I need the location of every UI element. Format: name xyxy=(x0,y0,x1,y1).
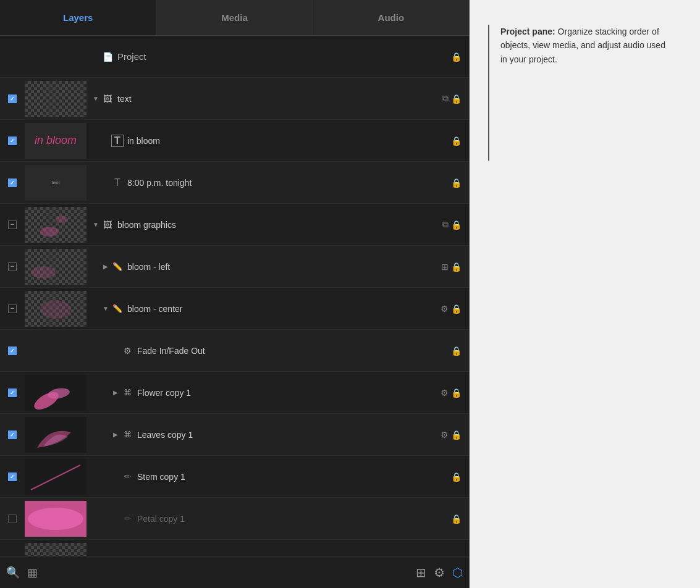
checkbox-area[interactable] xyxy=(4,262,21,271)
layer-name-inbloom: in bloom xyxy=(125,136,451,146)
checkbox-area[interactable] xyxy=(4,136,21,145)
checkbox-checked[interactable] xyxy=(8,472,17,481)
lock-icon[interactable]: 🔒 xyxy=(451,262,462,272)
annotation-bracket xyxy=(488,25,489,161)
right-icons: ⚙ 🔒 xyxy=(441,430,465,440)
tab-layers[interactable]: Layers xyxy=(0,0,156,35)
layer-name-8pm: 8:00 p.m. tonight xyxy=(125,178,451,188)
layer-name-flower-copy: Flower copy 1 xyxy=(135,388,441,398)
layer-row-bloom-center[interactable]: ✏️ bloom - center ⚙ 🔒 xyxy=(0,288,469,330)
stack-icon[interactable]: ⊞ xyxy=(441,262,449,272)
gear-icon[interactable]: ⚙ xyxy=(441,388,449,398)
bottom-right-icons: ⊞ ⚙ ⬡ xyxy=(416,565,463,580)
lock-icon[interactable]: 🔒 xyxy=(451,472,462,482)
checkbox-checked[interactable] xyxy=(8,388,17,397)
thumbnail-leaves xyxy=(25,417,86,453)
checkbox-checked[interactable] xyxy=(8,346,17,355)
search-icon[interactable]: 🔍 xyxy=(6,566,20,579)
thumbnail-bloom-center xyxy=(25,291,86,327)
lock-icon[interactable]: 🔒 xyxy=(451,52,462,62)
lock-icon[interactable]: 🔒 xyxy=(451,346,462,356)
gear-icon[interactable]: ⚙ xyxy=(434,565,445,580)
expand-arrow[interactable] xyxy=(100,303,111,314)
thumbnail-text xyxy=(25,81,86,117)
tab-bar: Layers Media Audio xyxy=(0,0,469,36)
layer-row-text[interactable]: 🖼 text ⧉ 🔒 xyxy=(0,78,469,120)
copy-icon[interactable]: ⧉ xyxy=(442,219,449,230)
checkbox-area[interactable] xyxy=(4,388,21,397)
layer-row-bloom-right[interactable]: ✏️ bloom - right ⊞ 🔒 xyxy=(0,540,469,556)
layer-row-fade[interactable]: ⚙ Fade In/Fade Out 🔒 xyxy=(0,330,469,372)
layer-name-bloom-graphics: bloom graphics xyxy=(115,220,442,230)
paint-icon: ✏️ xyxy=(111,261,124,273)
grid-icon[interactable]: ▦ xyxy=(27,566,38,579)
layer-row-stem-copy[interactable]: ✏ Stem copy 1 🔒 xyxy=(0,456,469,498)
svg-point-7 xyxy=(28,508,83,530)
layer-name-petal-copy: Petal copy 1 xyxy=(135,514,451,524)
checkbox-area[interactable] xyxy=(4,220,21,229)
expand-arrow[interactable] xyxy=(110,387,121,398)
layer-row-8pm[interactable]: text T 8:00 p.m. tonight 🔒 xyxy=(0,162,469,204)
layer-row-flower-copy[interactable]: ⌘ Flower copy 1 ⚙ 🔒 xyxy=(0,372,469,414)
checkbox-checked[interactable] xyxy=(8,430,17,439)
expand-arrow[interactable] xyxy=(90,93,101,104)
thumbnail-stem xyxy=(25,459,86,495)
replicator-icon: ⌘ xyxy=(121,429,133,441)
thumbnail-petal xyxy=(25,501,86,537)
thumbnail-bloom-right xyxy=(25,543,86,556)
right-icons: 🔒 xyxy=(451,472,465,482)
lock-icon[interactable]: 🔒 xyxy=(451,304,462,314)
right-icons: ⧉ 🔒 xyxy=(442,219,465,230)
expand-arrow[interactable] xyxy=(100,261,111,272)
layer-name-stem-copy: Stem copy 1 xyxy=(135,472,451,482)
layer-row-in-bloom[interactable]: in bloom T in bloom 🔒 xyxy=(0,120,469,162)
layers-list: 📄 Project 🔒 🖼 text ⧉ 🔒 xyxy=(0,36,469,556)
checkbox-empty[interactable] xyxy=(8,514,17,523)
lock-icon[interactable]: 🔒 xyxy=(451,430,462,440)
paint-icon: ✏️ xyxy=(111,303,124,315)
checkbox-area[interactable] xyxy=(4,304,21,313)
right-icons: 🔒 xyxy=(451,52,465,62)
checkbox-area[interactable] xyxy=(4,346,21,355)
layer-row-project[interactable]: 📄 Project 🔒 xyxy=(0,36,469,78)
layer-row-petal-copy[interactable]: ✏ Petal copy 1 🔒 xyxy=(0,498,469,540)
checkbox-minus[interactable] xyxy=(8,304,17,313)
layer-name-bloom-center: bloom - center xyxy=(125,304,441,314)
lock-icon[interactable]: 🔒 xyxy=(451,514,462,524)
copy-icon[interactable]: ⧉ xyxy=(442,93,449,104)
svg-point-1 xyxy=(56,216,68,223)
expand-arrow[interactable] xyxy=(110,429,121,440)
checkbox-checked[interactable] xyxy=(8,178,17,187)
checkbox-area[interactable] xyxy=(4,472,21,481)
gear-icon[interactable]: ⚙ xyxy=(441,430,449,440)
expand-arrow[interactable] xyxy=(90,219,101,230)
thumbnail-bloom-left xyxy=(25,249,86,285)
svg-point-0 xyxy=(40,227,59,237)
checkbox-minus[interactable] xyxy=(8,262,17,271)
tab-media[interactable]: Media xyxy=(156,0,313,35)
lock-icon[interactable]: 🔒 xyxy=(451,94,462,104)
checkbox-area[interactable] xyxy=(4,514,21,523)
right-icons: ⊞ 🔒 xyxy=(441,262,465,272)
lock-icon[interactable]: 🔒 xyxy=(451,388,462,398)
right-icons: 🔒 xyxy=(451,178,465,188)
layer-row-bloom-graphics[interactable]: 🖼 bloom graphics ⧉ 🔒 xyxy=(0,204,469,246)
replicator-icon: ⌘ xyxy=(121,387,133,399)
lock-icon[interactable]: 🔒 xyxy=(451,178,462,188)
checkbox-area[interactable] xyxy=(4,178,21,187)
layers-icon[interactable]: ⬡ xyxy=(452,565,463,580)
gear-icon[interactable]: ⚙ xyxy=(441,304,449,314)
layer-row-bloom-left[interactable]: ✏️ bloom - left ⊞ 🔒 xyxy=(0,246,469,288)
lock-icon[interactable]: 🔒 xyxy=(451,136,462,146)
thumbnail-bloom-graphics xyxy=(25,207,86,243)
checkbox-checked[interactable] xyxy=(8,136,17,145)
checkbox-area[interactable] xyxy=(4,430,21,439)
checker-board-icon[interactable]: ⊞ xyxy=(416,565,426,580)
layer-row-leaves-copy[interactable]: ⌘ Leaves copy 1 ⚙ 🔒 xyxy=(0,414,469,456)
checkbox-area[interactable] xyxy=(4,94,21,103)
expand-icon xyxy=(100,135,111,146)
checkbox-minus[interactable] xyxy=(8,220,17,229)
checkbox-checked[interactable] xyxy=(8,94,17,103)
tab-audio[interactable]: Audio xyxy=(313,0,469,35)
lock-icon[interactable]: 🔒 xyxy=(451,220,462,230)
